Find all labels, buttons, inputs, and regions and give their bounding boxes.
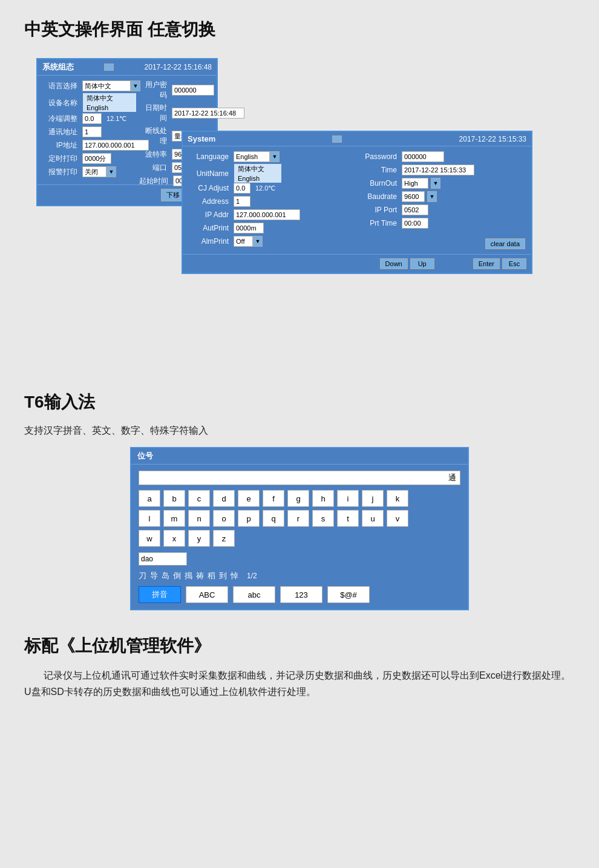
en-btn-cleardata[interactable]: clear data: [485, 238, 525, 249]
keyboard-title: 位号: [131, 448, 468, 465]
kb-key-a[interactable]: a: [139, 490, 160, 507]
kb-key-s[interactable]: s: [312, 510, 334, 527]
en-cj-temp: 12.0℃: [255, 184, 275, 192]
en-cj-input[interactable]: [234, 183, 250, 194]
en-btn-esc[interactable]: Esc: [502, 258, 526, 269]
kb-cand-9[interactable]: 悼: [231, 570, 238, 581]
cn-alarm-wrap: ▼: [82, 166, 116, 177]
cn-ip-label: IP地址: [44, 140, 80, 151]
en-content: Language ▼ 简体中文 English UnitName: [183, 146, 531, 254]
en-btn-down[interactable]: Down: [380, 258, 408, 269]
en-almprint-arrow[interactable]: ▼: [253, 236, 263, 247]
en-almprint-label: AlmPrint: [189, 237, 231, 246]
en-hint-item1[interactable]: 简体中文: [234, 164, 281, 174]
kb-key-k[interactable]: k: [387, 490, 408, 507]
en-right-col: Password Time BurnOut ▼ Baudrate ▼: [360, 151, 525, 249]
kb-key-r[interactable]: r: [287, 510, 309, 527]
en-autprint-input[interactable]: [234, 223, 264, 233]
en-time-input[interactable]: [402, 165, 474, 175]
en-title-text: System: [188, 134, 215, 143]
kb-key-w[interactable]: w: [139, 530, 160, 547]
kb-key-v[interactable]: v: [387, 510, 408, 527]
en-burnout-input[interactable]: [402, 178, 428, 189]
cn-pwd-row: 用户密码: [139, 80, 212, 100]
kb-cand-5[interactable]: 搗: [185, 570, 192, 581]
cn-alarm-dropdown-arrow[interactable]: ▼: [106, 166, 116, 177]
kb-cand-6[interactable]: 祷: [196, 570, 204, 581]
kb-key-l[interactable]: l: [139, 510, 160, 527]
kb-key-q[interactable]: q: [263, 510, 284, 527]
en-btn-enter[interactable]: Enter: [473, 258, 500, 269]
en-baud-arrow[interactable]: ▼: [427, 191, 437, 202]
en-title-bar: System 2017-12-22 15:15:33: [183, 132, 531, 146]
kb-key-n[interactable]: n: [188, 510, 210, 527]
kb-key-d[interactable]: d: [213, 490, 235, 507]
en-prttime-input[interactable]: [402, 218, 428, 229]
kb-key-z[interactable]: z: [213, 530, 235, 547]
kb-key-m[interactable]: m: [163, 510, 185, 527]
kb-cand-2[interactable]: 导: [150, 570, 158, 581]
en-hint-item2[interactable]: English: [234, 174, 281, 183]
kb-main-input[interactable]: [139, 471, 460, 485]
cn-alarm-input[interactable]: [82, 166, 106, 177]
cn-print-label: 定时打印: [44, 154, 80, 164]
kb-mode-special[interactable]: $@#: [327, 586, 370, 603]
kb-key-c[interactable]: c: [188, 490, 210, 507]
en-addr-input[interactable]: [234, 196, 250, 207]
kb-key-j[interactable]: j: [362, 490, 384, 507]
en-lang-row: Language ▼: [189, 151, 354, 162]
kb-cand-1[interactable]: 刀: [139, 570, 146, 581]
en-lang-input[interactable]: [234, 151, 270, 162]
kb-cand-3[interactable]: 岛: [162, 570, 169, 581]
cn-time-label: 日期时间: [139, 103, 169, 123]
kb-key-b[interactable]: b: [163, 490, 185, 507]
cn-pwd-input[interactable]: [172, 85, 214, 96]
kb-key-h[interactable]: h: [312, 490, 334, 507]
kb-key-u[interactable]: u: [362, 510, 384, 527]
en-baud-input[interactable]: [402, 191, 425, 202]
cn-lang-input[interactable]: [82, 80, 131, 91]
kb-key-f[interactable]: f: [263, 490, 284, 507]
cn-hint-item2[interactable]: English: [83, 103, 136, 112]
en-autprint-label: AutPrint: [189, 224, 231, 232]
kb-mode-pinyin[interactable]: 拼音: [139, 586, 181, 603]
kb-key-p[interactable]: p: [238, 510, 260, 527]
cn-print-input[interactable]: [82, 153, 111, 164]
kb-key-o[interactable]: o: [213, 510, 235, 527]
cn-addr-input[interactable]: [82, 126, 102, 137]
kb-row2: l m n o p q r s t u v: [139, 510, 460, 527]
en-lang-arrow[interactable]: ▼: [270, 151, 280, 162]
en-port-input[interactable]: [402, 204, 428, 215]
kb-key-t[interactable]: t: [337, 510, 359, 527]
kb-mode-abc[interactable]: abc: [233, 586, 275, 603]
cn-time-input[interactable]: [172, 108, 244, 119]
kb-key-x[interactable]: x: [163, 530, 185, 547]
en-pwd-input[interactable]: [402, 151, 444, 162]
cn-cold-input[interactable]: [82, 113, 102, 124]
cn-hint-item1[interactable]: 简体中文: [83, 93, 136, 103]
kb-pinyin-input[interactable]: [139, 552, 187, 566]
en-btn-up[interactable]: Up: [410, 258, 434, 269]
kb-cand-4[interactable]: 倒: [173, 570, 181, 581]
en-almprint-input[interactable]: [234, 236, 253, 247]
cn-title-text: 系统组态: [42, 62, 74, 73]
en-time-row: Time: [360, 165, 525, 175]
en-pwd-label: Password: [360, 152, 399, 161]
kb-key-e[interactable]: e: [238, 490, 260, 507]
kb-mode-123[interactable]: 123: [280, 586, 322, 603]
en-baud-label: Baudrate: [360, 192, 399, 201]
kb-pinyin-row: [139, 550, 460, 568]
cn-lang-label: 语言选择: [44, 81, 80, 91]
cn-lang-hint-box: 简体中文 English: [82, 93, 137, 113]
en-lang-hint-box: 简体中文 English: [234, 163, 282, 183]
en-ip-input[interactable]: [234, 209, 300, 220]
kb-cand-7[interactable]: 稻: [208, 570, 215, 581]
en-cj-label: CJ Adjust: [189, 184, 231, 192]
kb-key-g[interactable]: g: [287, 490, 309, 507]
kb-cand-8[interactable]: 到: [219, 570, 227, 581]
kb-key-y[interactable]: y: [188, 530, 210, 547]
kb-input-row: [139, 471, 460, 485]
en-burnout-arrow[interactable]: ▼: [431, 178, 440, 189]
kb-key-i[interactable]: i: [337, 490, 359, 507]
kb-mode-ABC[interactable]: ABC: [186, 586, 228, 603]
